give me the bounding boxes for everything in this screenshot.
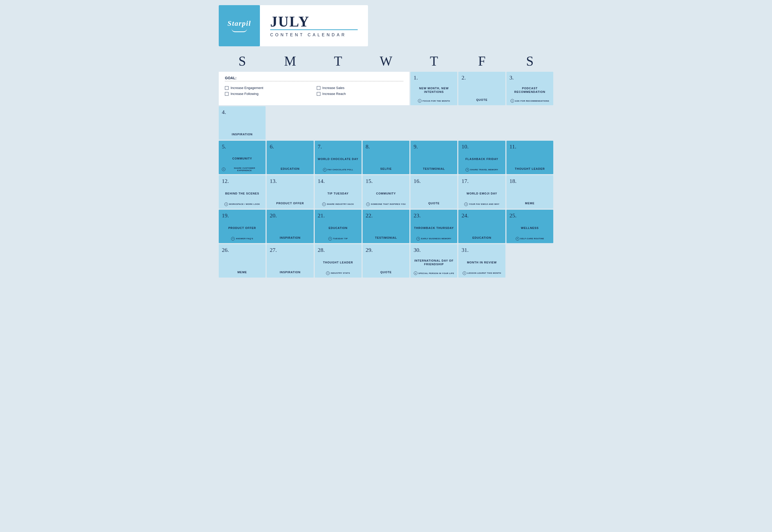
cell-subtitle-14: + SHARE INDUSTRY HACK <box>318 202 358 206</box>
plus-icon-23: + <box>416 237 420 241</box>
cell-title-24: EDUCATION <box>461 236 502 240</box>
cell-number-31: 31. <box>461 247 502 253</box>
cell-sub-text-31: LESSON LEARNT THIS MONTH <box>467 272 501 274</box>
cell-number-26: 26. <box>222 247 262 253</box>
day-cell-27: 27. INSPIRATION <box>267 244 313 278</box>
day-cell-23: 23. THROWBACK THURSDAY + EARLY BUSINESS … <box>410 210 457 243</box>
goal-label-2: Increase Following <box>231 92 258 96</box>
day-cell-11: 11. THOUGHT LEADER <box>506 141 553 174</box>
cell-subtitle-31: + LESSON LEARNT THIS MONTH <box>461 271 502 275</box>
cell-number-28: 28. <box>318 247 358 253</box>
cell-number-25: 25. <box>510 213 550 218</box>
day-cell-25: 25. WELLNESS + SELF-CARE ROUTINE <box>506 210 553 243</box>
cell-subtitle-21: + TUESDAY TIP <box>318 237 358 241</box>
checkbox-4[interactable] <box>317 92 320 96</box>
cell-title-15: COMMUNITY <box>366 192 406 195</box>
cell-title-22: TESTIMONIAL <box>366 236 406 240</box>
day-cell-5: 5. COMMUNITY + SHARE CUSTOMER EXPERIENCE <box>219 141 266 174</box>
cell-number-22: 22. <box>366 213 406 218</box>
cell-title-29: QUOTE <box>366 270 406 274</box>
cell-title-2: QUOTE <box>461 98 502 102</box>
day-cell-6: 6. EDUCATION <box>267 141 313 174</box>
cell-title-10: FLASHBACK FRIDAY <box>461 157 502 161</box>
cell-title-4: INSPIRATION <box>222 132 262 136</box>
cell-number-17: 17. <box>461 178 502 184</box>
day-cell-9: 9. TESTIMONIAL <box>410 141 457 174</box>
cell-number-30: 30. <box>414 247 454 253</box>
day-sunday: S <box>219 51 266 71</box>
plus-icon-5: + <box>222 167 225 171</box>
day-headers: S M T W T F S <box>219 51 553 71</box>
cell-subtitle-23: + EARLY BUSINESS MEMORY <box>414 237 454 241</box>
plus-icon-7: + <box>323 168 327 172</box>
cell-subtitle-28: + INDUSTRY STATS <box>318 271 358 275</box>
day-cell-16: 16. QUOTE <box>410 175 457 209</box>
day-cell-15: 15. COMMUNITY + SOMEONE THAT INSPIRES YO… <box>363 175 409 209</box>
cell-sub-text-30: SPECIAL PERSON IN YOUR LIFE <box>418 272 454 274</box>
plus-icon-14: + <box>322 202 326 206</box>
cell-number-24: 24. <box>461 213 502 218</box>
day-cell-19: 19. PRODUCT OFFER + ANSWER FAQ'S <box>219 210 266 243</box>
cell-number-5: 5. <box>222 144 262 149</box>
cell-sub-text-12: WORKSPACE / WORK LOOK <box>229 203 260 205</box>
day-cell-1: 1. NEW MONTH, NEW INTENTIONS + FOCUS FOR… <box>410 72 457 105</box>
cell-number-10: 10. <box>461 144 502 149</box>
day-thursday: T <box>410 51 457 71</box>
cell-title-6: EDUCATION <box>270 167 310 171</box>
cell-title-19: PRODUCT OFFER <box>222 226 262 230</box>
day-cell-18: 18. MEME <box>506 175 553 209</box>
day-cell-10: 10. FLASHBACK FRIDAY + SHARE TRAVEL MEMO… <box>458 141 505 174</box>
checkbox-2[interactable] <box>225 92 229 96</box>
week-3: 12. BEHIND THE SCENES + WORKSPACE / WORK… <box>219 175 553 209</box>
cell-number-2: 2. <box>461 75 502 81</box>
goal-item-2[interactable]: Increase Following <box>225 92 312 96</box>
cell-title-8: SELFIE <box>366 167 406 171</box>
day-cell-17: 17. WORLD EMOJI DAY + YOUR FAV EMOJI AND… <box>458 175 505 209</box>
cell-number-6: 6. <box>270 144 310 149</box>
goal-item-4[interactable]: Increase Reach <box>317 92 403 96</box>
day-saturday: S <box>506 51 553 71</box>
cell-sub-text-28: INDUSTRY STATS <box>331 272 350 274</box>
day-cell-12: 12. BEHIND THE SCENES + WORKSPACE / WORK… <box>219 175 266 209</box>
cell-number-23: 23. <box>414 213 454 218</box>
cell-number-8: 8. <box>366 144 406 149</box>
cell-title-9: TESTIMONIAL <box>414 167 454 171</box>
cell-number-3: 3. <box>510 75 550 81</box>
day-cell-28: 28. THOUGHT LEADER + INDUSTRY STATS <box>315 244 362 278</box>
cell-number-1: 1. <box>414 75 454 81</box>
week-2: 5. COMMUNITY + SHARE CUSTOMER EXPERIENCE… <box>219 141 553 174</box>
cell-title-27: INSPIRATION <box>270 270 310 274</box>
plus-icon-17: + <box>464 202 468 206</box>
cell-title-20: INSPIRATION <box>270 236 310 240</box>
plus-icon-25: + <box>516 237 519 241</box>
cell-sub-text-25: SELF-CARE ROUTINE <box>520 237 544 240</box>
title-box: JULY CONTENT CALENDAR <box>260 5 368 46</box>
week-4: 19. PRODUCT OFFER + ANSWER FAQ'S 20. INS… <box>219 210 553 243</box>
cell-title-16: QUOTE <box>414 201 454 205</box>
cell-title-17: WORLD EMOJI DAY <box>461 192 502 195</box>
day-wednesday: W <box>363 51 409 71</box>
calendar-weeks: 5. COMMUNITY + SHARE CUSTOMER EXPERIENCE… <box>219 141 553 278</box>
cell-sub-text-5: SHARE CUSTOMER EXPERIENCE <box>226 167 262 172</box>
goal-item-1[interactable]: Increase Engagement <box>225 86 312 90</box>
plus-icon-31: + <box>463 271 466 275</box>
goal-item-3[interactable]: Increase Sales <box>317 86 403 90</box>
checkbox-3[interactable] <box>317 86 320 90</box>
calendar-subtitle: CONTENT CALENDAR <box>270 33 358 37</box>
cell-sub-text-1: FOCUS FOR THE MONTH <box>423 100 450 102</box>
checkbox-1[interactable] <box>225 86 229 90</box>
cell-subtitle-10: + SHARE TRAVEL MEMORY <box>461 168 502 172</box>
cell-sub-text-17: YOUR FAV EMOJI AND WHY <box>469 203 499 205</box>
day-tuesday: T <box>315 51 362 71</box>
cell-number-21: 21. <box>318 213 358 218</box>
goal-label-1: Increase Engagement <box>231 86 263 90</box>
logo: Starpil <box>219 5 260 46</box>
cell-number-15: 15. <box>366 178 406 184</box>
plus-icon-28: + <box>326 271 330 275</box>
day-cell-20: 20. INSPIRATION <box>267 210 313 243</box>
cell-subtitle-5: + SHARE CUSTOMER EXPERIENCE <box>222 167 262 172</box>
cell-sub-text-23: EARLY BUSINESS MEMORY <box>421 237 451 240</box>
cell-title-25: WELLNESS <box>510 226 550 230</box>
day-cell-7: 7. WORLD CHOCOLATE DAY + FAV CHOCOLATE P… <box>315 141 362 174</box>
goal-label-4: Increase Reach <box>322 92 346 96</box>
